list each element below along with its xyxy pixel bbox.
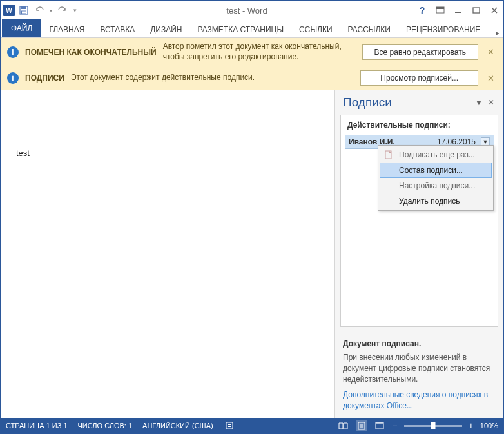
quick-access-toolbar: W ▾ ▾ <box>3 4 78 17</box>
signatures-pane: Подписи ▼ ✕ Действительные подписи: Иван… <box>334 90 503 418</box>
svg-rect-6 <box>473 8 480 13</box>
svg-rect-10 <box>226 422 233 429</box>
document-content: test <box>16 148 30 158</box>
sigpane-footer: Документ подписан. При внесении любых из… <box>335 332 503 418</box>
msgbar-final-close-icon[interactable]: ✕ <box>485 47 497 57</box>
status-page[interactable]: СТРАНИЦА 1 ИЗ 1 <box>6 422 68 429</box>
svg-rect-12 <box>228 426 231 427</box>
msgbar-sig-close-icon[interactable]: ✕ <box>485 74 497 83</box>
tab-layout[interactable]: РАЗМЕТКА СТРАНИЦЫ <box>190 21 292 37</box>
maximize-icon[interactable] <box>470 4 483 17</box>
sigpane-body: Действительные подписи: Иванов И.И. 17.0… <box>340 115 498 327</box>
sigpane-footer-link[interactable]: Дополнительные сведения о подписях в док… <box>343 390 496 411</box>
sigpane-footer-head: Документ подписан. <box>343 339 496 350</box>
message-bar-final: i ПОМЕЧЕН КАК ОКОНЧАТЕЛЬНЫЙ Автор помети… <box>1 38 503 66</box>
minimize-icon[interactable] <box>452 4 465 17</box>
status-right: − + 100% <box>338 420 498 431</box>
svg-rect-1 <box>21 6 26 9</box>
svg-rect-11 <box>228 424 231 425</box>
ribbon-display-icon[interactable] <box>434 4 447 17</box>
read-mode-icon[interactable] <box>338 420 349 431</box>
redo-icon[interactable] <box>56 4 69 17</box>
siglist-header: Действительные подписи: <box>341 115 498 135</box>
sigpane-header: Подписи ▼ ✕ <box>335 90 503 115</box>
workspace: test Подписи ▼ ✕ Действительные подписи:… <box>1 90 503 418</box>
sigpane-close-icon[interactable]: ✕ <box>485 98 497 107</box>
qat-dropdown-icon[interactable]: ▾ <box>72 4 78 17</box>
zoom-level[interactable]: 100% <box>480 422 498 429</box>
svg-rect-4 <box>436 7 444 9</box>
print-layout-icon[interactable] <box>356 420 367 431</box>
sigpane-title: Подписи <box>343 95 472 110</box>
info-icon: i <box>7 72 19 84</box>
msgbar-sig-text: Этот документ содержит действительные по… <box>71 73 354 83</box>
window-title: test - Word <box>78 6 416 15</box>
tab-design[interactable]: ДИЗАЙН <box>142 21 189 37</box>
zoom-out-icon[interactable]: − <box>392 420 397 431</box>
undo-dropdown-icon[interactable]: ▾ <box>48 4 53 17</box>
view-signatures-button[interactable]: Просмотр подписей... <box>360 70 478 86</box>
undo-icon[interactable] <box>33 4 46 17</box>
ribbon-tabs: ФАЙЛ ГЛАВНАЯ ВСТАВКА ДИЗАЙН РАЗМЕТКА СТР… <box>1 20 503 38</box>
close-icon[interactable] <box>488 4 501 17</box>
menu-signature-composition[interactable]: Состав подписи... <box>380 163 492 178</box>
zoom-slider[interactable] <box>404 425 462 427</box>
tab-insert[interactable]: ВСТАВКА <box>92 21 142 37</box>
save-icon[interactable] <box>17 4 30 17</box>
tab-file[interactable]: ФАЙЛ <box>2 19 41 37</box>
menu-signature-setup: Настройка подписи... <box>380 178 492 193</box>
document-area[interactable]: test <box>1 90 334 418</box>
info-icon: i <box>7 46 19 58</box>
sigpane-footer-body: При внесении любых изменений в документ … <box>343 352 496 384</box>
msgbar-final-title: ПОМЕЧЕН КАК ОКОНЧАТЕЛЬНЫЙ <box>25 48 157 57</box>
sigpane-dropdown-icon[interactable]: ▼ <box>472 98 485 107</box>
tab-home[interactable]: ГЛАВНАЯ <box>41 21 92 37</box>
svg-rect-2 <box>22 11 26 14</box>
window-controls: ? <box>416 4 501 17</box>
message-bar-signatures: i ПОДПИСИ Этот документ содержит действи… <box>1 66 503 90</box>
tab-review[interactable]: РЕЦЕНЗИРОВАНИЕ <box>398 21 488 37</box>
help-icon[interactable]: ? <box>416 4 429 17</box>
document-icon <box>385 150 394 159</box>
status-macro-icon[interactable] <box>224 420 235 431</box>
status-word-count[interactable]: ЧИСЛО СЛОВ: 1 <box>78 422 133 429</box>
zoom-in-icon[interactable]: + <box>469 420 474 431</box>
tab-references[interactable]: ССЫЛКИ <box>291 21 340 37</box>
edit-anyway-button[interactable]: Все равно редактировать <box>362 44 478 60</box>
status-bar: СТРАНИЦА 1 ИЗ 1 ЧИСЛО СЛОВ: 1 АНГЛИЙСКИЙ… <box>1 418 503 433</box>
web-layout-icon[interactable] <box>374 420 385 431</box>
signature-context-menu: Подписать еще раз... Состав подписи... Н… <box>378 145 494 211</box>
ribbon-scroll-right-icon[interactable]: ▸ <box>492 28 503 37</box>
msgbar-sig-title: ПОДПИСИ <box>25 74 64 83</box>
msgbar-final-text: Автор пометил этот документ как окончате… <box>163 42 356 62</box>
svg-rect-18 <box>376 422 383 424</box>
status-language[interactable]: АНГЛИЙСКИЙ (США) <box>142 422 213 429</box>
menu-remove-signature[interactable]: Удалить подпись <box>380 193 492 209</box>
title-bar: W ▾ ▾ test - Word ? <box>1 1 503 20</box>
tab-mailings[interactable]: РАССЫЛКИ <box>340 21 398 37</box>
word-logo-icon: W <box>3 5 15 16</box>
menu-sign-again: Подписать еще раз... <box>380 147 492 163</box>
